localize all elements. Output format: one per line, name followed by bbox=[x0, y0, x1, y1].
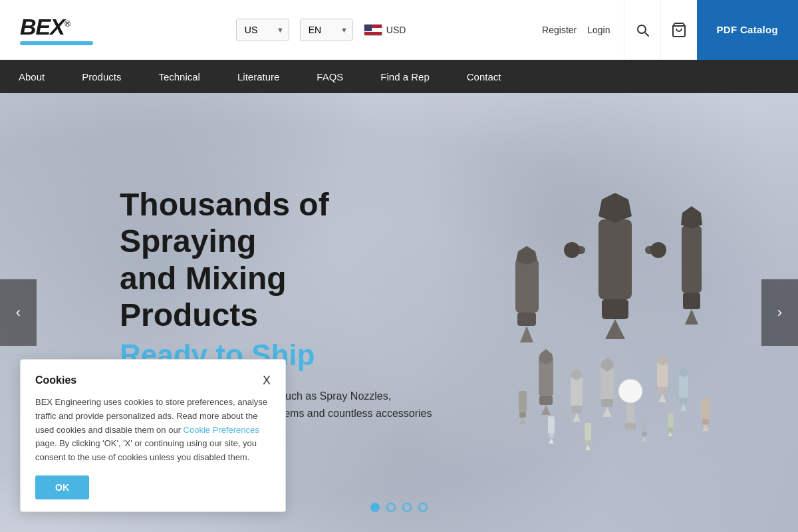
svg-rect-30 bbox=[626, 403, 634, 423]
nav-item-technical[interactable]: Technical bbox=[140, 60, 219, 93]
svg-marker-57 bbox=[668, 432, 673, 436]
cookie-close-button[interactable]: X bbox=[263, 374, 271, 386]
cookie-body: BEX Engineering uses cookies to store pr… bbox=[35, 396, 271, 465]
region-select-wrapper: US CA EU AU ▼ bbox=[236, 19, 289, 41]
svg-marker-45 bbox=[702, 424, 709, 431]
lang-select[interactable]: EN FR DE ES bbox=[300, 19, 353, 41]
svg-rect-40 bbox=[519, 391, 527, 412]
svg-rect-41 bbox=[519, 412, 526, 418]
chevron-left-icon: ‹ bbox=[16, 304, 21, 321]
carousel-dot-3[interactable] bbox=[402, 503, 412, 512]
site-header: BEX® US CA EU AU ▼ EN FR DE ES ▼ bbox=[0, 0, 798, 60]
svg-marker-14 bbox=[681, 206, 702, 229]
svg-rect-15 bbox=[683, 293, 700, 309]
logo-underline bbox=[20, 41, 93, 45]
svg-rect-44 bbox=[702, 419, 709, 424]
spray-nozzles-svg bbox=[479, 160, 745, 492]
svg-marker-16 bbox=[685, 309, 698, 325]
chevron-right-icon: › bbox=[777, 304, 782, 321]
svg-point-29 bbox=[618, 379, 642, 403]
svg-marker-48 bbox=[549, 438, 554, 444]
svg-rect-49 bbox=[585, 423, 591, 440]
login-link[interactable]: Login bbox=[587, 25, 610, 35]
svg-marker-35 bbox=[658, 394, 666, 402]
svg-rect-27 bbox=[601, 399, 613, 407]
search-icon bbox=[634, 22, 650, 38]
svg-rect-34 bbox=[658, 387, 667, 394]
svg-rect-13 bbox=[682, 226, 702, 293]
nav-item-literature[interactable]: Literature bbox=[219, 60, 298, 93]
svg-rect-3 bbox=[602, 299, 628, 319]
svg-marker-20 bbox=[541, 405, 551, 415]
carousel-dot-1[interactable] bbox=[370, 503, 380, 512]
header-icons bbox=[624, 0, 697, 60]
svg-rect-11 bbox=[517, 313, 536, 326]
header-auth: Register Login bbox=[529, 25, 623, 35]
svg-rect-19 bbox=[539, 396, 553, 405]
svg-rect-53 bbox=[642, 432, 647, 436]
main-nav: About Products Technical Literature FAQS… bbox=[0, 60, 798, 93]
hero-section: ‹ Thousands of Spraying and Mixing Produ… bbox=[0, 93, 798, 532]
svg-rect-1 bbox=[598, 219, 632, 299]
nav-item-contact[interactable]: Contact bbox=[448, 60, 520, 93]
nav-item-products[interactable]: Products bbox=[63, 60, 140, 93]
svg-point-7 bbox=[564, 242, 580, 258]
pdf-catalog-button[interactable]: PDF Catalog bbox=[697, 0, 798, 60]
svg-rect-50 bbox=[585, 440, 591, 445]
lang-select-wrapper: EN FR DE ES ▼ bbox=[300, 19, 353, 41]
svg-point-8 bbox=[650, 242, 666, 258]
carousel-dots bbox=[370, 503, 428, 512]
logo-reg: ® bbox=[65, 19, 70, 29]
svg-marker-12 bbox=[520, 326, 533, 342]
logo-area[interactable]: BEX® bbox=[0, 14, 113, 45]
carousel-dot-2[interactable] bbox=[386, 503, 396, 512]
register-link[interactable]: Register bbox=[542, 25, 577, 35]
carousel-next-button[interactable]: › bbox=[761, 279, 798, 346]
nav-item-about[interactable]: About bbox=[0, 60, 63, 93]
hero-title-main: Thousands of Spraying and Mixing Product… bbox=[120, 186, 432, 333]
svg-rect-17 bbox=[539, 359, 553, 396]
svg-marker-4 bbox=[605, 319, 625, 339]
region-select[interactable]: US CA EU AU bbox=[236, 19, 289, 41]
cookie-banner: Cookies X BEX Engineering uses cookies t… bbox=[20, 359, 286, 512]
currency-label: USD bbox=[386, 25, 406, 35]
svg-marker-39 bbox=[680, 404, 687, 411]
svg-marker-10 bbox=[516, 246, 537, 265]
svg-rect-47 bbox=[549, 434, 554, 438]
carousel-dot-4[interactable] bbox=[418, 503, 428, 512]
svg-rect-43 bbox=[702, 398, 710, 419]
svg-rect-31 bbox=[625, 423, 636, 430]
currency-display: USD bbox=[364, 24, 406, 36]
hero-product-image bbox=[479, 160, 745, 492]
svg-marker-28 bbox=[602, 407, 612, 417]
svg-rect-46 bbox=[548, 416, 555, 434]
svg-rect-38 bbox=[680, 398, 688, 404]
cookie-header: Cookies X bbox=[35, 374, 271, 386]
svg-rect-52 bbox=[641, 416, 648, 432]
svg-marker-51 bbox=[585, 445, 591, 450]
svg-marker-2 bbox=[598, 193, 632, 223]
cookie-ok-button[interactable]: OK bbox=[35, 475, 89, 499]
cookie-title: Cookies bbox=[35, 374, 76, 386]
svg-rect-55 bbox=[668, 413, 674, 428]
cookie-preferences-link[interactable]: Cookie Preferences bbox=[184, 425, 259, 435]
nav-item-faqs[interactable]: FAQS bbox=[298, 60, 362, 93]
svg-rect-23 bbox=[571, 406, 582, 413]
logo-text: BEX® bbox=[20, 14, 70, 40]
svg-rect-9 bbox=[515, 259, 539, 313]
svg-marker-54 bbox=[642, 436, 647, 442]
nav-item-find-a-rep[interactable]: Find a Rep bbox=[362, 60, 448, 93]
us-flag-icon bbox=[364, 24, 382, 36]
header-middle: US CA EU AU ▼ EN FR DE ES ▼ USD bbox=[113, 19, 529, 41]
cookie-body-text2: page. By clicking 'OK', 'X' or continuin… bbox=[35, 438, 257, 462]
cart-button[interactable] bbox=[660, 0, 697, 60]
svg-marker-24 bbox=[573, 413, 581, 422]
search-button[interactable] bbox=[624, 0, 660, 60]
carousel-prev-button[interactable]: ‹ bbox=[0, 279, 37, 346]
cart-icon bbox=[671, 22, 687, 38]
svg-marker-42 bbox=[519, 418, 526, 424]
svg-rect-56 bbox=[668, 428, 673, 432]
